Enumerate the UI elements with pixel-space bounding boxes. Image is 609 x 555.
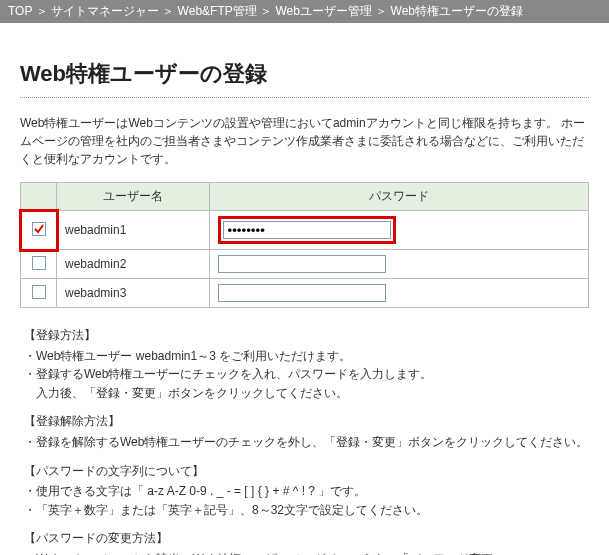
section-line: ・登録を解除するWeb特権ユーザーのチェックを外し、「登録・変更」ボタンをクリッ… bbox=[24, 433, 589, 452]
password-input[interactable] bbox=[218, 255, 386, 273]
breadcrumb-sep: ＞ bbox=[375, 4, 387, 18]
section-head: 【登録方法】 bbox=[24, 326, 589, 345]
user-cell: webadmin1 bbox=[57, 211, 210, 250]
col-password: パスワード bbox=[209, 183, 588, 211]
section-register: 【登録方法】 ・Web特権ユーザー webadmin1～3 をご利用いただけます… bbox=[20, 326, 589, 402]
divider bbox=[20, 97, 589, 98]
user-cell: webadmin2 bbox=[57, 250, 210, 279]
section-head: 【パスワードの変更方法】 bbox=[24, 529, 589, 548]
table-row: webadmin3 bbox=[21, 279, 589, 308]
checkbox-unchecked-icon[interactable] bbox=[32, 256, 46, 270]
col-user: ユーザー名 bbox=[57, 183, 210, 211]
breadcrumb-item[interactable]: Webユーザー管理 bbox=[275, 4, 371, 18]
svg-rect-2 bbox=[32, 285, 45, 298]
section-line: ・Web特権ユーザー webadmin1～3 をご利用いただけます。 bbox=[24, 347, 589, 366]
password-cell bbox=[209, 250, 588, 279]
section-line: ・登録するWeb特権ユーザーにチェックを入れ、パスワードを入力します。 bbox=[24, 365, 589, 384]
password-input[interactable] bbox=[218, 284, 386, 302]
section-line: 入力後、「登録・変更」ボタンをクリックしてください。 bbox=[24, 384, 589, 403]
section-password-change: 【パスワードの変更方法】 ・Webマネージャーから該当のWeb特権ユーザーでログ… bbox=[20, 529, 589, 555]
table-row: webadmin2 bbox=[21, 250, 589, 279]
col-check bbox=[21, 183, 57, 211]
check-cell bbox=[21, 250, 57, 279]
svg-rect-1 bbox=[32, 256, 45, 269]
breadcrumb-item[interactable]: TOP bbox=[8, 4, 32, 18]
user-cell: webadmin3 bbox=[57, 279, 210, 308]
section-line: ・「英字＋数字」または「英字＋記号」、8～32文字で設定してください。 bbox=[24, 501, 589, 520]
user-table: ユーザー名 パスワード webadmin1 webadmin2 bbox=[20, 182, 589, 308]
password-cell bbox=[209, 211, 588, 250]
check-cell bbox=[21, 211, 57, 250]
section-head: 【登録解除方法】 bbox=[24, 412, 589, 431]
breadcrumb-sep: ＞ bbox=[162, 4, 174, 18]
breadcrumb: TOP ＞ サイトマネージャー ＞ Web&FTP管理 ＞ Webユーザー管理 … bbox=[0, 0, 609, 23]
breadcrumb-item: Web特権ユーザーの登録 bbox=[391, 4, 523, 18]
section-line: ・使用できる文字は「 a-z A-Z 0-9 . _ - = [ ] { } +… bbox=[24, 482, 589, 501]
page-description: Web特権ユーザーはWebコンテンツの設置や管理においてadminアカウントと同… bbox=[20, 114, 589, 168]
password-cell bbox=[209, 279, 588, 308]
table-row: webadmin1 bbox=[21, 211, 589, 250]
breadcrumb-item[interactable]: サイトマネージャー bbox=[51, 4, 159, 18]
checkbox-checked-icon[interactable] bbox=[32, 222, 46, 236]
page-title: Web特権ユーザーの登録 bbox=[20, 59, 589, 89]
check-cell bbox=[21, 279, 57, 308]
password-input[interactable] bbox=[223, 221, 391, 239]
section-unregister: 【登録解除方法】 ・登録を解除するWeb特権ユーザーのチェックを外し、「登録・変… bbox=[20, 412, 589, 451]
breadcrumb-sep: ＞ bbox=[36, 4, 48, 18]
section-password-chars: 【パスワードの文字列について】 ・使用できる文字は「 a-z A-Z 0-9 .… bbox=[20, 462, 589, 520]
breadcrumb-item[interactable]: Web&FTP管理 bbox=[178, 4, 257, 18]
breadcrumb-sep: ＞ bbox=[260, 4, 272, 18]
checkbox-unchecked-icon[interactable] bbox=[32, 285, 46, 299]
section-line: ・Webマネージャーから該当のWeb特権ユーザーでログインのうえ、「パスワード変… bbox=[24, 550, 589, 555]
section-head: 【パスワードの文字列について】 bbox=[24, 462, 589, 481]
